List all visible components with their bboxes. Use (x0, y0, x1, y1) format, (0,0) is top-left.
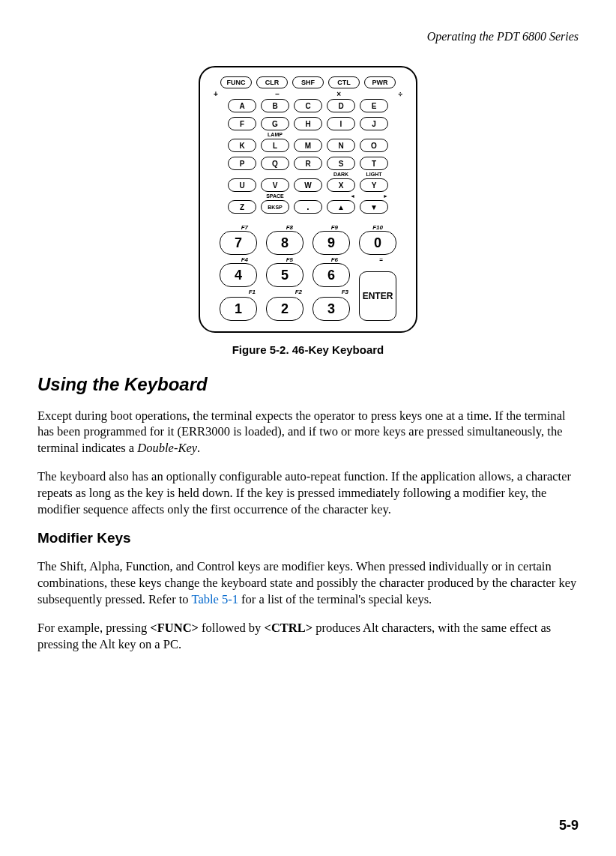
space-label-row: SPACE ◄ ► (211, 193, 405, 200)
flabel-row-1: F7 F8 F9 F10 (211, 224, 405, 231)
key-o: O (360, 139, 388, 152)
key-w: W (294, 178, 322, 192)
pwr-key: PWR (364, 76, 396, 88)
p1-text-a: Except during boot operations, the termi… (37, 409, 566, 456)
f2-label: F2 (266, 289, 302, 295)
flabel-row-2: F4 F5 F6 = (211, 256, 405, 263)
light-label: LIGHT (360, 172, 388, 178)
using-keyboard-p2: The keyboard also has an optionally conf… (37, 468, 579, 517)
key-g: G (261, 117, 289, 130)
top-function-row: FUNC CLR SHF CTL PWR (211, 76, 405, 88)
using-keyboard-heading: Using the Keyboard (37, 374, 579, 395)
key-4: 4 (220, 263, 257, 287)
f6-label: F6 (302, 256, 338, 263)
key-e: E (360, 99, 388, 112)
f5-label: F5 (257, 256, 293, 263)
key-8: 8 (266, 231, 304, 255)
key-k: K (228, 139, 256, 152)
key-c: C (294, 99, 322, 112)
letter-row-5: U V W X Y (211, 178, 405, 192)
keyboard-figure: FUNC CLR SHF CTL PWR + − × ÷ A B C D E (37, 66, 579, 356)
running-header: Operating the PDT 6800 Series (37, 30, 579, 43)
modifier-keys-p1: The Shift, Alpha, Function, and Control … (37, 558, 579, 607)
bksp-key: BKSP (261, 200, 289, 214)
lamp-label-row: LAMP (211, 132, 405, 139)
symbol-labels: + − × ÷ (211, 90, 405, 99)
key-3: 3 (312, 297, 350, 321)
key-u: U (228, 178, 256, 192)
key-m: M (294, 139, 322, 152)
keypad-outline: FUNC CLR SHF CTL PWR + − × ÷ A B C D E (199, 66, 417, 333)
p1-text-b: . (197, 441, 200, 455)
func-key-text: <FUNC> (150, 621, 199, 635)
key-t: T (360, 157, 388, 170)
ctl-key: CTL (328, 76, 360, 88)
mod-p2-a: For example, pressing (37, 621, 150, 635)
key-s: S (327, 157, 355, 170)
key-b: B (261, 99, 289, 112)
key-q: Q (261, 157, 289, 170)
key-7: 7 (220, 231, 257, 255)
double-key-em: Double-Key (137, 441, 197, 455)
key-d: D (327, 99, 355, 112)
f10-label: F10 (347, 224, 383, 231)
key-a: A (228, 99, 256, 112)
mod-p2-b: followed by (199, 621, 265, 635)
key-l: L (261, 139, 289, 152)
letter-row-1: A B C D E (211, 99, 405, 112)
dot-key: . (294, 200, 322, 214)
key-x: X (327, 178, 355, 192)
key-9: 9 (312, 231, 350, 255)
equals-label: = (347, 256, 383, 263)
key-y: Y (360, 178, 388, 192)
f1-label: F1 (220, 289, 256, 295)
key-r: R (294, 157, 322, 170)
f8-label: F8 (257, 224, 293, 231)
letter-row-4: P Q R S T (211, 157, 405, 170)
divide-label: ÷ (398, 90, 402, 99)
num-grid: 4 F1 1 5 F2 2 6 F3 3 ENTER (211, 263, 405, 321)
key-f: F (228, 117, 256, 130)
key-v: V (261, 178, 289, 192)
ctrl-key-text: <CTRL> (264, 621, 312, 635)
dark-light-label-row: DARK LIGHT (211, 172, 405, 178)
f3-label: F3 (312, 289, 348, 295)
minus-label: − (275, 90, 280, 99)
plus-label: + (214, 90, 218, 99)
key-z: Z (228, 200, 256, 214)
key-6: 6 (312, 263, 350, 287)
clr-key: CLR (256, 76, 288, 88)
f4-label: F4 (212, 256, 248, 263)
key-p: P (228, 157, 256, 170)
shf-key: SHF (292, 76, 324, 88)
mod-p1-b: for a list of the terminal's special key… (238, 592, 432, 606)
key-5: 5 (266, 263, 304, 287)
row-6: Z BKSP . ▲ ▼ (211, 200, 405, 214)
times-label: × (336, 90, 341, 99)
using-keyboard-p1: Except during boot operations, the termi… (37, 408, 579, 456)
figure-caption: Figure 5-2. 46-Key Keyboard (37, 343, 579, 356)
letter-row-3: K L M N O (211, 139, 405, 152)
table-5-1-link[interactable]: Table 5-1 (191, 592, 238, 606)
key-1: 1 (220, 297, 257, 321)
f7-label: F7 (212, 224, 248, 231)
key-i: I (327, 117, 355, 130)
dark-label: DARK (327, 172, 355, 178)
key-n: N (327, 139, 355, 152)
down-arrow-key: ▼ (360, 200, 388, 214)
lamp-label: LAMP (261, 132, 289, 139)
key-j: J (360, 117, 388, 130)
up-arrow-key: ▲ (327, 200, 355, 214)
enter-key: ENTER (359, 271, 396, 321)
modifier-keys-p2: For example, pressing <FUNC> followed by… (37, 620, 579, 653)
key-2: 2 (266, 297, 304, 321)
page-number: 5-9 (559, 818, 579, 834)
func-key: FUNC (220, 76, 252, 88)
f9-label: F9 (302, 224, 338, 231)
key-h: H (294, 117, 322, 130)
space-label: SPACE (261, 193, 289, 200)
modifier-keys-heading: Modifier Keys (37, 530, 579, 546)
key-0: 0 (359, 231, 396, 255)
numeric-keypad: F7 F8 F9 F10 7 8 9 0 F4 F5 F6 = (211, 224, 405, 321)
num-row-1: 7 8 9 0 (211, 231, 405, 255)
